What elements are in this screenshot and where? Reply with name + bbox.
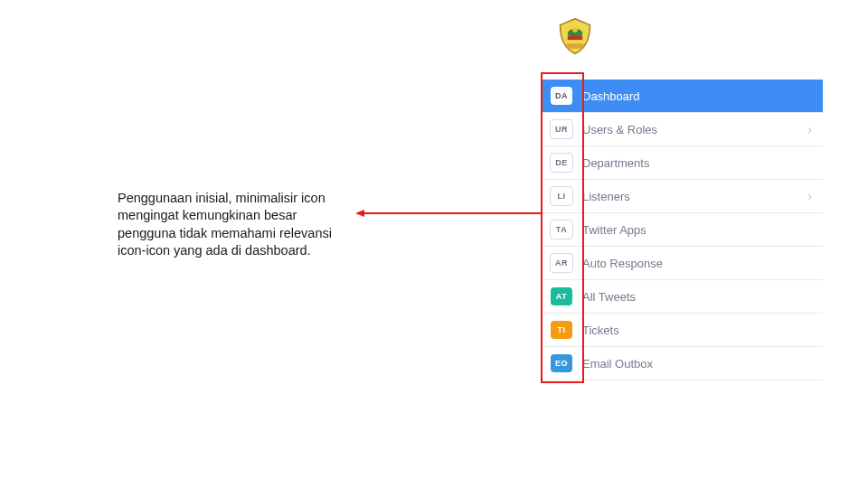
initials-chip: LI: [550, 186, 573, 206]
sidebar-item-users-roles[interactable]: UR Users & Roles ›: [542, 113, 823, 146]
initials-chip: UR: [550, 119, 573, 139]
sidebar-item-email-outbox[interactable]: EO Email Outbox: [542, 347, 823, 380]
initials-chip: AR: [550, 253, 573, 273]
initials-badge: DA: [548, 85, 575, 107]
sidebar-item-listeners[interactable]: LI Listeners ›: [542, 180, 823, 213]
sidebar-item-label: Tickets: [582, 324, 823, 337]
initials-chip: AT: [551, 287, 572, 305]
annotation-arrow: [355, 208, 541, 219]
svg-rect-1: [568, 36, 583, 40]
initials-badge: TA: [548, 219, 575, 240]
initials-badge: TI: [548, 319, 575, 341]
sidebar-item-tickets[interactable]: TI Tickets: [542, 314, 823, 347]
sidebar-menu: DA Dashboard UR Users & Roles › DE Depar…: [542, 80, 823, 380]
initials-chip: TA: [550, 220, 573, 239]
sidebar-item-label: Twitter Apps: [582, 223, 823, 237]
svg-point-2: [572, 27, 578, 33]
sidebar-item-all-tweets[interactable]: AT All Tweets: [542, 280, 823, 314]
initials-chip: DE: [550, 153, 573, 173]
sidebar-item-twitter-apps[interactable]: TA Twitter Apps: [542, 213, 823, 247]
crest-icon: [555, 16, 595, 56]
sidebar-item-departments[interactable]: DE Departments: [542, 146, 823, 180]
initials-chip: DA: [551, 87, 572, 105]
sidebar-item-label: Dashboard: [582, 89, 823, 103]
sidebar-item-auto-response[interactable]: AR Auto Response: [542, 247, 823, 280]
sidebar-item-label: All Tweets: [582, 290, 823, 304]
svg-marker-5: [355, 210, 364, 217]
sidebar-item-label: Listeners: [582, 190, 807, 203]
initials-badge: AT: [548, 286, 575, 307]
sidebar-item-label: Auto Response: [582, 257, 823, 270]
initials-badge: AR: [548, 252, 575, 274]
sidebar-item-label: Users & Roles: [582, 123, 807, 136]
chevron-right-icon: ›: [807, 122, 812, 136]
svg-rect-3: [566, 43, 583, 49]
initials-chip: EO: [551, 354, 572, 372]
initials-badge: EO: [548, 352, 575, 374]
initials-badge: DE: [548, 152, 575, 174]
annotation-text: Penggunaan inisial, minimalisir icon men…: [118, 190, 353, 260]
province-crest: [555, 16, 595, 56]
chevron-right-icon: ›: [807, 189, 812, 203]
initials-badge: UR: [548, 118, 575, 140]
sidebar-item-label: Departments: [582, 156, 823, 170]
sidebar-item-dashboard[interactable]: DA Dashboard: [542, 80, 823, 113]
initials-chip: TI: [551, 321, 572, 339]
initials-badge: LI: [548, 185, 575, 207]
sidebar-item-label: Email Outbox: [582, 357, 823, 371]
